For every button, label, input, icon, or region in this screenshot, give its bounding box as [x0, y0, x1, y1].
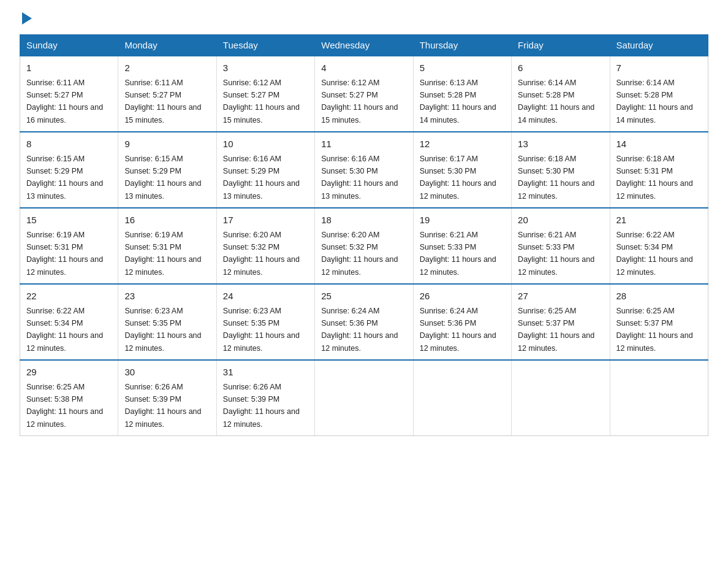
- calendar-header-row: SundayMondayTuesdayWednesdayThursdayFrid…: [20, 35, 708, 56]
- day-number: 17: [223, 213, 308, 228]
- calendar-cell: 4 Sunrise: 6:12 AMSunset: 5:27 PMDayligh…: [315, 56, 413, 132]
- day-number: 31: [223, 366, 308, 380]
- calendar-cell: 7 Sunrise: 6:14 AMSunset: 5:28 PMDayligh…: [610, 56, 708, 132]
- calendar-cell: 17 Sunrise: 6:20 AMSunset: 5:32 PMDaylig…: [216, 208, 314, 284]
- calendar-cell: 3 Sunrise: 6:12 AMSunset: 5:27 PMDayligh…: [216, 56, 314, 132]
- day-info: Sunrise: 6:23 AMSunset: 5:35 PMDaylight:…: [223, 307, 300, 353]
- calendar-cell: 31 Sunrise: 6:26 AMSunset: 5:39 PMDaylig…: [216, 360, 314, 436]
- day-info: Sunrise: 6:18 AMSunset: 5:31 PMDaylight:…: [616, 155, 693, 201]
- day-info: Sunrise: 6:14 AMSunset: 5:28 PMDaylight:…: [616, 79, 693, 124]
- day-info: Sunrise: 6:12 AMSunset: 5:27 PMDaylight:…: [223, 79, 300, 124]
- day-info: Sunrise: 6:24 AMSunset: 5:36 PMDaylight:…: [321, 307, 398, 353]
- day-number: 8: [26, 137, 112, 151]
- calendar-cell: 22 Sunrise: 6:22 AMSunset: 5:34 PMDaylig…: [20, 284, 118, 360]
- day-number: 15: [26, 213, 112, 228]
- day-info: Sunrise: 6:26 AMSunset: 5:39 PMDaylight:…: [223, 383, 300, 429]
- day-number: 4: [321, 61, 406, 75]
- day-info: Sunrise: 6:25 AMSunset: 5:37 PMDaylight:…: [616, 307, 693, 353]
- day-info: Sunrise: 6:19 AMSunset: 5:31 PMDaylight:…: [124, 231, 201, 277]
- calendar-cell: [610, 360, 708, 436]
- day-info: Sunrise: 6:24 AMSunset: 5:36 PMDaylight:…: [420, 307, 496, 353]
- calendar-cell: 24 Sunrise: 6:23 AMSunset: 5:35 PMDaylig…: [216, 284, 314, 360]
- calendar-cell: [413, 360, 511, 436]
- calendar-header-sunday: Sunday: [20, 35, 118, 56]
- day-info: Sunrise: 6:22 AMSunset: 5:34 PMDaylight:…: [26, 307, 103, 353]
- day-info: Sunrise: 6:20 AMSunset: 5:32 PMDaylight:…: [321, 231, 398, 277]
- calendar-cell: 9 Sunrise: 6:15 AMSunset: 5:29 PMDayligh…: [118, 132, 216, 208]
- day-info: Sunrise: 6:20 AMSunset: 5:32 PMDaylight:…: [223, 231, 300, 277]
- day-info: Sunrise: 6:25 AMSunset: 5:38 PMDaylight:…: [26, 383, 103, 429]
- day-number: 3: [223, 61, 308, 75]
- calendar-cell: 11 Sunrise: 6:16 AMSunset: 5:30 PMDaylig…: [315, 132, 413, 208]
- day-info: Sunrise: 6:17 AMSunset: 5:30 PMDaylight:…: [420, 155, 496, 201]
- day-info: Sunrise: 6:21 AMSunset: 5:33 PMDaylight:…: [518, 231, 594, 277]
- day-info: Sunrise: 6:16 AMSunset: 5:29 PMDaylight:…: [223, 155, 300, 201]
- day-info: Sunrise: 6:21 AMSunset: 5:33 PMDaylight:…: [420, 231, 496, 277]
- calendar-week-row: 15 Sunrise: 6:19 AMSunset: 5:31 PMDaylig…: [20, 208, 708, 284]
- day-number: 6: [518, 61, 603, 75]
- calendar-table: SundayMondayTuesdayWednesdayThursdayFrid…: [20, 34, 708, 436]
- day-info: Sunrise: 6:25 AMSunset: 5:37 PMDaylight:…: [518, 307, 594, 353]
- logo: [20, 15, 33, 25]
- calendar-cell: 23 Sunrise: 6:23 AMSunset: 5:35 PMDaylig…: [118, 284, 216, 360]
- calendar-cell: 18 Sunrise: 6:20 AMSunset: 5:32 PMDaylig…: [315, 208, 413, 284]
- calendar-cell: 26 Sunrise: 6:24 AMSunset: 5:36 PMDaylig…: [413, 284, 511, 360]
- calendar-header-monday: Monday: [118, 35, 216, 56]
- calendar-cell: 20 Sunrise: 6:21 AMSunset: 5:33 PMDaylig…: [512, 208, 610, 284]
- day-info: Sunrise: 6:14 AMSunset: 5:28 PMDaylight:…: [518, 79, 594, 124]
- day-number: 12: [420, 137, 505, 151]
- day-info: Sunrise: 6:12 AMSunset: 5:27 PMDaylight:…: [321, 79, 398, 124]
- day-number: 11: [321, 137, 406, 151]
- day-number: 1: [26, 61, 112, 75]
- day-info: Sunrise: 6:18 AMSunset: 5:30 PMDaylight:…: [518, 155, 594, 201]
- day-number: 21: [616, 213, 702, 228]
- day-number: 27: [518, 289, 603, 304]
- logo-triangle-icon: [22, 12, 32, 25]
- calendar-cell: 13 Sunrise: 6:18 AMSunset: 5:30 PMDaylig…: [512, 132, 610, 208]
- day-number: 14: [616, 137, 702, 151]
- day-number: 13: [518, 137, 603, 151]
- calendar-cell: 16 Sunrise: 6:19 AMSunset: 5:31 PMDaylig…: [118, 208, 216, 284]
- calendar-cell: 27 Sunrise: 6:25 AMSunset: 5:37 PMDaylig…: [512, 284, 610, 360]
- day-number: 23: [124, 289, 210, 304]
- day-number: 16: [124, 213, 210, 228]
- day-number: 26: [420, 289, 505, 304]
- day-number: 18: [321, 213, 406, 228]
- day-number: 28: [616, 289, 702, 304]
- calendar-header-tuesday: Tuesday: [216, 35, 314, 56]
- calendar-cell: 14 Sunrise: 6:18 AMSunset: 5:31 PMDaylig…: [610, 132, 708, 208]
- calendar-header-friday: Friday: [512, 35, 610, 56]
- calendar-week-row: 22 Sunrise: 6:22 AMSunset: 5:34 PMDaylig…: [20, 284, 708, 360]
- day-info: Sunrise: 6:23 AMSunset: 5:35 PMDaylight:…: [124, 307, 201, 353]
- day-info: Sunrise: 6:11 AMSunset: 5:27 PMDaylight:…: [26, 79, 103, 124]
- day-number: 10: [223, 137, 308, 151]
- day-info: Sunrise: 6:22 AMSunset: 5:34 PMDaylight:…: [616, 231, 693, 277]
- calendar-cell: [315, 360, 413, 436]
- day-info: Sunrise: 6:13 AMSunset: 5:28 PMDaylight:…: [420, 79, 496, 124]
- calendar-cell: 21 Sunrise: 6:22 AMSunset: 5:34 PMDaylig…: [610, 208, 708, 284]
- calendar-cell: 5 Sunrise: 6:13 AMSunset: 5:28 PMDayligh…: [413, 56, 511, 132]
- day-number: 9: [124, 137, 210, 151]
- calendar-cell: 19 Sunrise: 6:21 AMSunset: 5:33 PMDaylig…: [413, 208, 511, 284]
- day-number: 19: [420, 213, 505, 228]
- calendar-cell: 29 Sunrise: 6:25 AMSunset: 5:38 PMDaylig…: [20, 360, 118, 436]
- calendar-header-saturday: Saturday: [610, 35, 708, 56]
- day-number: 25: [321, 289, 406, 304]
- day-info: Sunrise: 6:15 AMSunset: 5:29 PMDaylight:…: [26, 155, 103, 201]
- day-info: Sunrise: 6:15 AMSunset: 5:29 PMDaylight:…: [124, 155, 201, 201]
- calendar-cell: 15 Sunrise: 6:19 AMSunset: 5:31 PMDaylig…: [20, 208, 118, 284]
- calendar-week-row: 29 Sunrise: 6:25 AMSunset: 5:38 PMDaylig…: [20, 360, 708, 436]
- day-info: Sunrise: 6:19 AMSunset: 5:31 PMDaylight:…: [26, 231, 103, 277]
- calendar-week-row: 8 Sunrise: 6:15 AMSunset: 5:29 PMDayligh…: [20, 132, 708, 208]
- day-number: 20: [518, 213, 603, 228]
- calendar-cell: 6 Sunrise: 6:14 AMSunset: 5:28 PMDayligh…: [512, 56, 610, 132]
- calendar-header-wednesday: Wednesday: [315, 35, 413, 56]
- day-number: 2: [124, 61, 210, 75]
- day-number: 22: [26, 289, 112, 304]
- page-header: [20, 15, 708, 25]
- calendar-cell: 28 Sunrise: 6:25 AMSunset: 5:37 PMDaylig…: [610, 284, 708, 360]
- day-number: 7: [616, 61, 702, 75]
- day-info: Sunrise: 6:11 AMSunset: 5:27 PMDaylight:…: [124, 79, 201, 124]
- calendar-cell: 12 Sunrise: 6:17 AMSunset: 5:30 PMDaylig…: [413, 132, 511, 208]
- day-info: Sunrise: 6:16 AMSunset: 5:30 PMDaylight:…: [321, 155, 398, 201]
